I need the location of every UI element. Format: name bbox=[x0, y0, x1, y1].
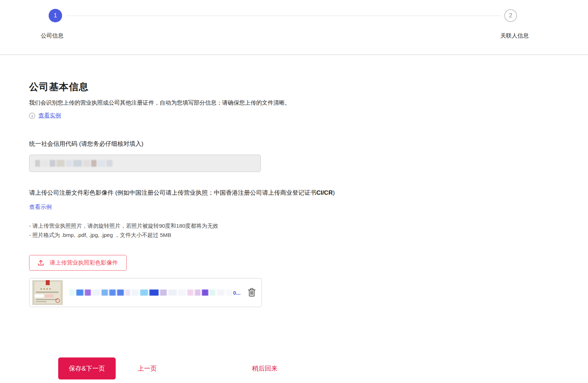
hint-line-1: - 请上传营业执照照片，请勿旋转照片，若照片被旋转90度和180度都将为无效 bbox=[29, 221, 588, 231]
upload-section-label: 请上传公司注册文件彩色影像件 (例如中国注册公司请上传营业执照；中国香港注册公司… bbox=[29, 189, 588, 197]
upload-license-button[interactable]: 请上传营业执照彩色影像件 bbox=[29, 255, 127, 271]
view-example-link[interactable]: 查看实例 bbox=[38, 112, 61, 120]
upload-icon bbox=[37, 259, 44, 266]
section-description: 我们会识别您上传的营业执照或公司其他注册证件，自动为您填写部分信息；请确保您上传… bbox=[29, 99, 588, 107]
upload-hints: - 请上传营业执照照片，请勿旋转照片，若照片被旋转90度和180度都将为无效 -… bbox=[29, 221, 588, 240]
step-2-label: 关联人信息 bbox=[500, 32, 529, 40]
company-basic-info-section: 公司基本信息 我们会识别您上传的营业执照或公司其他注册证件，自动为您填写部分信息… bbox=[0, 55, 588, 379]
file-name-tail: 0... bbox=[233, 290, 241, 296]
form-footer: 保存&下一页 上一页 稍后回来 bbox=[58, 357, 588, 379]
step-2-circle[interactable]: 2 bbox=[504, 9, 517, 22]
credit-code-label: 统一社会信用代码 (请您务必仔细核对填入) bbox=[29, 140, 588, 148]
info-circle-icon: i bbox=[29, 113, 35, 119]
stepper: 1 2 公司信息 关联人信息 bbox=[0, 0, 588, 55]
page-title: 公司基本信息 bbox=[29, 81, 588, 93]
hint-line-2: - 照片格式为 .bmp, .pdf, .jpg, .jpeg ，文件大小不超过… bbox=[29, 231, 588, 240]
trash-icon bbox=[248, 288, 256, 297]
step-connector-line bbox=[66, 16, 501, 16]
step-1-label: 公司信息 bbox=[41, 32, 64, 40]
view-sample-link[interactable]: 查看示例 bbox=[29, 204, 52, 211]
credit-code-input[interactable] bbox=[29, 155, 261, 172]
previous-page-button[interactable]: 上一页 bbox=[138, 364, 157, 373]
uploaded-file-item[interactable]: ★★★★ 0... bbox=[29, 278, 262, 307]
file-name-redacted bbox=[69, 289, 232, 296]
upload-button-label: 请上传营业执照彩色影像件 bbox=[50, 259, 118, 267]
credit-code-redacted-value bbox=[35, 160, 112, 167]
save-next-button[interactable]: 保存&下一页 bbox=[58, 357, 116, 379]
business-license-thumbnail[interactable]: ★★★★ bbox=[32, 280, 63, 305]
step-1-circle[interactable]: 1 bbox=[49, 9, 62, 22]
delete-file-button[interactable] bbox=[247, 287, 257, 299]
come-back-later-button[interactable]: 稍后回来 bbox=[252, 364, 277, 373]
